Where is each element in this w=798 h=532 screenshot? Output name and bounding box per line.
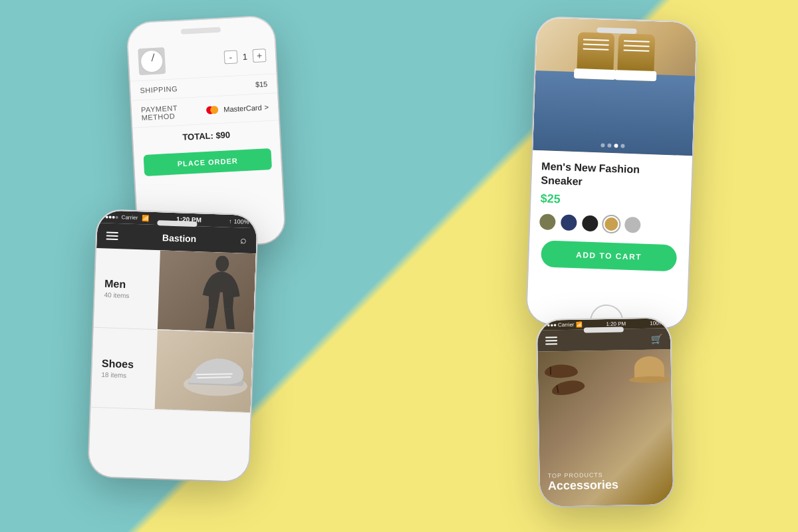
total-label: TOTAL: bbox=[182, 130, 213, 142]
phones-container: - 1 + SHIPPING $15 PAYMENT METHOD bbox=[0, 0, 798, 532]
arrow-icon: ↑ bbox=[229, 217, 232, 224]
shoe-silhouette bbox=[182, 344, 250, 399]
acc-text-overlay: Top Products Accessories bbox=[548, 471, 619, 493]
shipping-value: $15 bbox=[255, 80, 268, 88]
swatch-olive[interactable] bbox=[539, 213, 556, 230]
payment-arrow: > bbox=[264, 103, 269, 111]
ham-line-1 bbox=[106, 231, 118, 233]
sig-3 bbox=[112, 215, 115, 218]
product-screen: Men's New Fashion Sneaker $25 ADD TO CAR… bbox=[527, 17, 697, 329]
acc-wifi: 📶 bbox=[575, 322, 582, 328]
color-swatches bbox=[539, 213, 681, 234]
sig-4 bbox=[116, 215, 118, 218]
dot-3[interactable] bbox=[614, 144, 618, 148]
swatch-silver[interactable] bbox=[624, 216, 641, 233]
dot-4[interactable] bbox=[620, 144, 624, 148]
hat-shape bbox=[634, 356, 665, 380]
status-left: Carrier 📶 bbox=[106, 213, 150, 221]
acc-main-label: Accessories bbox=[548, 478, 618, 493]
phone-accessories: ●●●● Carrier 📶 1:20 PM 100% 🛒 bbox=[537, 318, 674, 506]
accessories-screen: ●●●● Carrier 📶 1:20 PM 100% 🛒 bbox=[537, 318, 674, 506]
swatch-tan[interactable] bbox=[603, 215, 620, 232]
product-image-area bbox=[533, 17, 697, 156]
menu-button[interactable] bbox=[106, 231, 118, 240]
shoe-laces-left bbox=[583, 39, 609, 50]
signal-icon bbox=[106, 215, 118, 219]
watch-image bbox=[139, 49, 164, 74]
category-screen: Carrier 📶 1:20 PM ↑ 100% bbox=[88, 210, 257, 481]
lace-3 bbox=[583, 48, 608, 50]
shoe-laces-right bbox=[623, 41, 650, 52]
swatch-black[interactable] bbox=[582, 215, 598, 231]
acc-app-header: 🛒 bbox=[537, 328, 671, 351]
total-value: $90 bbox=[215, 130, 230, 140]
acc-ham-3 bbox=[545, 343, 557, 344]
acc-ham-1 bbox=[545, 336, 557, 338]
cat-men-count: 40 items bbox=[104, 291, 129, 299]
qty-increase-button[interactable]: + bbox=[253, 49, 267, 63]
cat-men-label: Men 40 items bbox=[104, 277, 130, 299]
status-time: 1:20 PM bbox=[176, 215, 201, 223]
payment-label: PAYMENT METHOD bbox=[141, 102, 207, 122]
mastercard-icon bbox=[206, 105, 221, 115]
dot-1[interactable] bbox=[600, 143, 604, 147]
acc-main-content: Top Products Accessories bbox=[537, 349, 673, 506]
quantity-control[interactable]: - 1 + bbox=[223, 49, 266, 64]
category-item-shoes[interactable]: Shoes 18 items bbox=[91, 328, 253, 413]
phone-product: Men's New Fashion Sneaker $25 ADD TO CAR… bbox=[527, 17, 697, 329]
lace-5 bbox=[624, 45, 650, 47]
acc-ham-2 bbox=[545, 340, 557, 341]
add-to-cart-button[interactable]: ADD TO CART bbox=[541, 240, 677, 271]
product-name: Men's New Fashion Sneaker bbox=[541, 160, 682, 192]
man-silhouette bbox=[194, 255, 249, 330]
product-info: Men's New Fashion Sneaker $25 ADD TO CAR… bbox=[527, 150, 692, 329]
app-title: Bastion bbox=[162, 232, 197, 244]
hat-visual bbox=[634, 356, 665, 380]
acc-status-left: ●●●● Carrier 📶 bbox=[544, 322, 583, 329]
swatch-navy[interactable] bbox=[561, 214, 577, 231]
svg-point-0 bbox=[215, 255, 229, 272]
mc-orange-circle bbox=[210, 106, 219, 114]
shipping-label: SHIPPING bbox=[140, 84, 178, 94]
cat-men-name: Men bbox=[104, 277, 130, 290]
category-list: Men 40 items bbox=[88, 248, 256, 481]
cat-shoes-name: Shoes bbox=[102, 357, 134, 370]
acc-top-label: Top Products bbox=[548, 471, 618, 479]
qty-value: 1 bbox=[242, 51, 247, 61]
category-item-men[interactable]: Men 40 items bbox=[94, 248, 256, 333]
lace-1 bbox=[583, 39, 609, 41]
lace-6 bbox=[623, 49, 649, 51]
place-order-button[interactable]: PLACE ORDER bbox=[144, 148, 272, 176]
lace-2 bbox=[583, 43, 609, 45]
shoe-right bbox=[617, 33, 655, 81]
ham-line-2 bbox=[106, 235, 118, 237]
carrier-label: Carrier bbox=[122, 214, 138, 221]
lace-4 bbox=[624, 41, 650, 43]
shoe-left bbox=[577, 32, 614, 80]
payment-value: MasterCard > bbox=[206, 102, 269, 115]
phone-category: Carrier 📶 1:20 PM ↑ 100% bbox=[88, 210, 257, 481]
dot-2[interactable] bbox=[607, 144, 611, 148]
wifi-icon: 📶 bbox=[142, 215, 149, 221]
item-thumbnail bbox=[138, 47, 166, 75]
status-right: ↑ 100% bbox=[229, 217, 249, 225]
shoes-visual bbox=[577, 32, 655, 81]
qty-decrease-button[interactable]: - bbox=[223, 50, 237, 64]
cat-shoes-label: Shoes 18 items bbox=[101, 357, 134, 379]
acc-carrier: Carrier bbox=[558, 322, 575, 328]
denim-background bbox=[533, 70, 695, 156]
search-button[interactable]: ⌕ bbox=[240, 234, 247, 246]
payment-method-name: MasterCard bbox=[223, 104, 262, 114]
sandal-1 bbox=[545, 364, 578, 378]
image-carousel-dots bbox=[600, 143, 624, 148]
cart-icon[interactable]: 🛒 bbox=[651, 333, 662, 344]
acc-time: 1:20 PM bbox=[606, 321, 626, 327]
acc-menu-button[interactable] bbox=[545, 336, 557, 344]
sig-2 bbox=[109, 215, 112, 218]
product-price: $25 bbox=[540, 192, 682, 210]
ham-line-3 bbox=[106, 238, 118, 240]
sig-1 bbox=[106, 215, 108, 218]
cat-shoes-count: 18 items bbox=[101, 370, 133, 379]
sandals-visual bbox=[545, 364, 585, 395]
battery-label: 100% bbox=[233, 218, 249, 225]
